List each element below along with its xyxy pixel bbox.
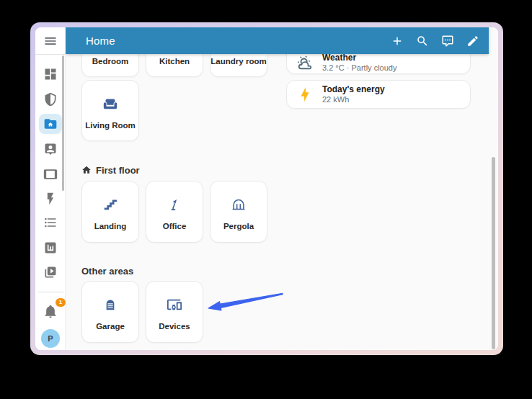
sidebar-item-tablet[interactable]	[39, 164, 62, 184]
bell-icon	[43, 304, 58, 318]
sidebar-item-home-areas[interactable]	[39, 114, 62, 134]
person-badge-icon	[43, 142, 58, 156]
area-card-living-room[interactable]: Living Room	[81, 80, 139, 141]
area-card-label: Laundry room	[210, 57, 266, 66]
search-button[interactable]	[416, 35, 429, 48]
menu-icon[interactable]	[43, 34, 58, 48]
sidebar-item-security[interactable]	[39, 89, 62, 109]
notification-badge: 1	[56, 298, 66, 307]
sidebar-item-list[interactable]	[39, 212, 62, 233]
sidebar-item-person-badge[interactable]	[39, 139, 62, 159]
app-window: 1 P Bedroom Kitchen	[30, 22, 503, 355]
assist-button[interactable]	[441, 35, 454, 48]
add-button[interactable]	[391, 35, 404, 48]
partly-cloudy-icon	[297, 55, 313, 71]
area-card-label: Kitchen	[159, 57, 190, 66]
weather-state: 3.2 °C · Partly cloudy	[322, 63, 396, 73]
notifications-button[interactable]: 1	[39, 301, 62, 321]
desk-lamp-icon	[166, 196, 183, 213]
main-content: Bedroom Kitchen Laundry room Weather	[66, 27, 498, 350]
section-title: Other areas	[81, 266, 133, 277]
folder-home-icon	[43, 117, 58, 131]
sidebar-item-media[interactable]	[39, 262, 62, 282]
area-card-label: Pergola	[223, 222, 254, 230]
weather-text: Weather 3.2 °C · Partly cloudy	[322, 53, 396, 73]
section-title: First floor	[96, 165, 140, 176]
pencil-icon	[466, 35, 479, 48]
sidebar: 1 P	[35, 27, 66, 350]
edit-button[interactable]	[466, 35, 479, 48]
area-card-label: Devices	[159, 322, 190, 331]
energy-card[interactable]: Today's energy 22 kWh	[286, 80, 471, 109]
energy-text: Today's energy 22 kWh	[322, 84, 385, 104]
toolbar-actions	[391, 27, 479, 54]
pergola-dome-icon	[230, 196, 247, 213]
avatar-initial: P	[48, 334, 53, 343]
tablet-icon	[43, 167, 58, 181]
lightning-bolt-icon	[43, 192, 58, 206]
sidebar-item-dashboard[interactable]	[39, 64, 62, 84]
sofa-icon	[102, 95, 119, 112]
area-card-office[interactable]: Office	[146, 181, 203, 243]
area-card-landing[interactable]: Landing	[81, 181, 139, 243]
energy-value: 22 kWh	[322, 95, 385, 104]
area-card-label: Office	[163, 222, 187, 230]
media-play-box-icon	[43, 265, 58, 279]
list-icon	[43, 215, 58, 230]
garage-door-icon	[102, 296, 119, 313]
energy-bolt-icon	[297, 86, 313, 102]
chart-box-icon	[43, 241, 58, 255]
area-card-pergola[interactable]: Pergola	[210, 181, 267, 243]
sidebar-scrollbar[interactable]	[62, 55, 64, 191]
area-card-label: Bedroom	[92, 57, 128, 66]
search-icon	[416, 35, 429, 48]
user-avatar[interactable]: P	[41, 329, 60, 348]
sidebar-divider	[37, 292, 63, 292]
shield-icon	[43, 92, 58, 107]
toolbar: Home	[66, 27, 489, 54]
content-scrollbar[interactable]	[492, 157, 495, 349]
area-card-devices[interactable]: Devices	[146, 281, 203, 343]
sidebar-header	[35, 27, 65, 55]
area-card-label: Living Room	[85, 121, 136, 130]
desktop-background: 1 P Bedroom Kitchen	[0, 0, 532, 399]
dashboard-icon	[43, 67, 58, 81]
devices-icon	[166, 296, 183, 313]
area-card-label: Landing	[94, 222, 127, 230]
energy-title: Today's energy	[322, 84, 385, 94]
section-header-other-areas: Other areas	[81, 265, 133, 277]
plus-icon	[391, 35, 404, 48]
area-card-garage[interactable]: Garage	[81, 281, 139, 343]
section-header-first-floor: First floor	[81, 164, 140, 176]
home-icon	[81, 165, 92, 175]
area-card-label: Garage	[96, 322, 125, 331]
stairs-icon	[102, 196, 119, 213]
app-window-content: 1 P Bedroom Kitchen	[35, 27, 498, 350]
sidebar-item-energy[interactable]	[39, 189, 62, 209]
chat-bubble-icon	[441, 35, 454, 48]
annotation-arrow	[203, 287, 358, 317]
page-title: Home	[86, 35, 115, 47]
sidebar-item-history-chart[interactable]	[39, 238, 62, 258]
